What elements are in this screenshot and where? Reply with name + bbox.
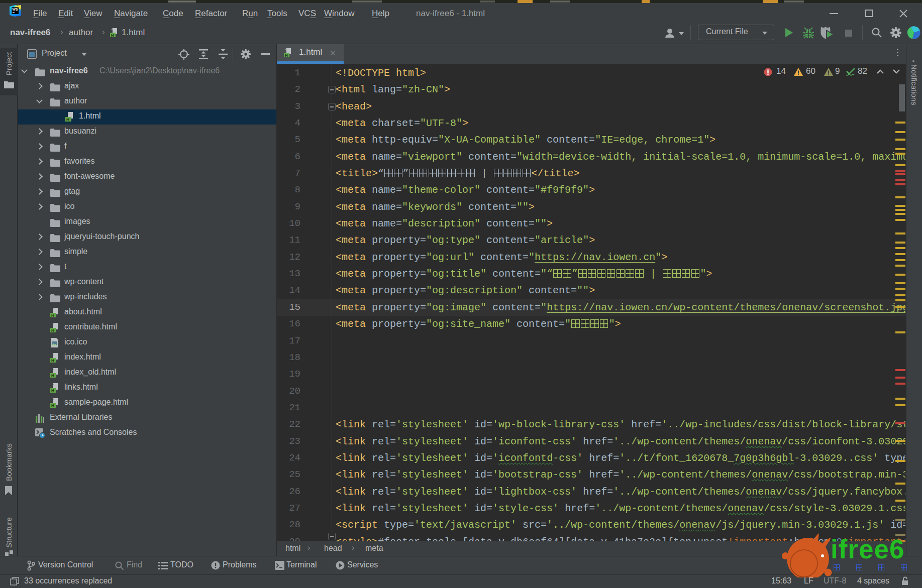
svg-text:H: H <box>51 358 54 363</box>
svg-text:H: H <box>51 328 54 333</box>
svg-text:H: H <box>66 117 69 122</box>
svg-text:H: H <box>51 373 54 378</box>
svg-text:H: H <box>111 33 114 38</box>
svg-text:H: H <box>285 53 288 58</box>
svg-text:H: H <box>51 313 54 318</box>
svg-text:WS: WS <box>13 8 18 11</box>
svg-text:H: H <box>51 388 54 393</box>
svg-text:H: H <box>51 403 54 408</box>
